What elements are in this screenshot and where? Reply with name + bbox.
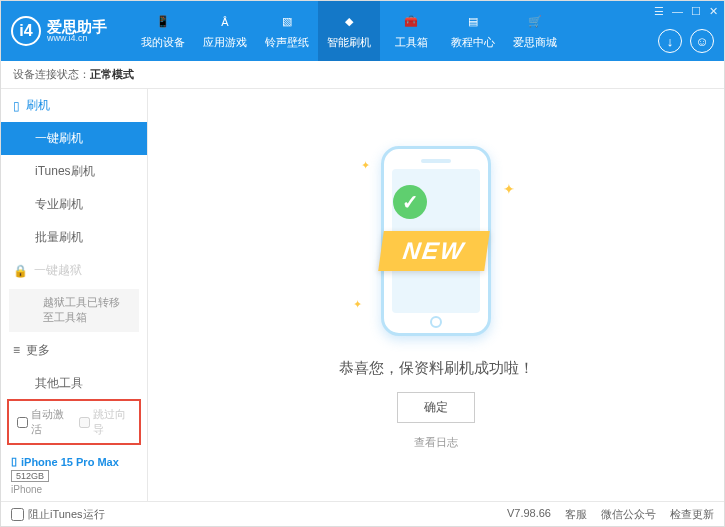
sidebar-item-itunes[interactable]: iTunes刷机	[1, 155, 147, 188]
sidebar-section-more[interactable]: ≡更多	[1, 334, 147, 367]
device-info[interactable]: ▯iPhone 15 Pro Max 512GB iPhone	[1, 449, 147, 501]
main-content: ✓ NEW ✦ ✦ ✦ 恭喜您，保资料刷机成功啦！ 确定 查看日志	[148, 89, 724, 501]
block-itunes-checkbox[interactable]: 阻止iTunes运行	[11, 507, 105, 522]
logo-icon: i4	[11, 16, 41, 46]
footer: 阻止iTunes运行 V7.98.66 客服 微信公众号 检查更新	[1, 501, 724, 526]
sidebar-options-box: 自动激活 跳过向导	[7, 399, 141, 445]
footer-link-wechat[interactable]: 微信公众号	[601, 507, 656, 522]
nav-tutorials[interactable]: ▤教程中心	[442, 1, 504, 61]
star-icon: ✦	[503, 181, 515, 197]
footer-link-support[interactable]: 客服	[565, 507, 587, 522]
ok-button[interactable]: 确定	[397, 392, 475, 423]
star-icon: ✦	[353, 298, 362, 311]
device-storage: 512GB	[11, 470, 49, 482]
jailbreak-note: 越狱工具已转移至工具箱	[9, 289, 139, 332]
sidebar-item-batch[interactable]: 批量刷机	[1, 221, 147, 254]
sidebar: ▯刷机 一键刷机 iTunes刷机 专业刷机 批量刷机 🔒一键越狱 越狱工具已转…	[1, 89, 148, 501]
apps-icon: Å	[216, 13, 234, 31]
success-illustration: ✓ NEW ✦ ✦ ✦	[351, 141, 521, 341]
lock-icon: 🔒	[13, 264, 28, 278]
view-log-link[interactable]: 查看日志	[414, 435, 458, 450]
more-icon: ≡	[13, 343, 20, 357]
app-header: i4 爱思助手 www.i4.cn 📱我的设备 Å应用游戏 ▧铃声壁纸 ◆智能刷…	[1, 1, 724, 61]
status-value: 正常模式	[90, 67, 134, 82]
success-message: 恭喜您，保资料刷机成功啦！	[339, 359, 534, 378]
phone-icon: ▯	[13, 99, 20, 113]
nav-store[interactable]: 🛒爱思商城	[504, 1, 566, 61]
check-icon: ✓	[393, 185, 427, 219]
top-nav: 📱我的设备 Å应用游戏 ▧铃声壁纸 ◆智能刷机 🧰工具箱 ▤教程中心 🛒爱思商城	[132, 1, 566, 61]
star-icon: ✦	[361, 159, 370, 172]
new-ribbon: NEW	[378, 231, 490, 271]
nav-toolbox[interactable]: 🧰工具箱	[380, 1, 442, 61]
window-max-icon[interactable]: ☐	[691, 5, 701, 18]
app-logo: i4 爱思助手 www.i4.cn	[11, 16, 107, 46]
footer-link-update[interactable]: 检查更新	[670, 507, 714, 522]
sidebar-item-other[interactable]: 其他工具	[1, 367, 147, 395]
window-controls: ☰ — ☐ ✕	[654, 5, 718, 18]
toolbox-icon: 🧰	[402, 13, 420, 31]
sidebar-item-oneclick[interactable]: 一键刷机	[1, 122, 147, 155]
sidebar-section-jailbreak: 🔒一键越狱	[1, 254, 147, 287]
device-icon: ▯	[11, 455, 17, 468]
status-bar: 设备连接状态： 正常模式	[1, 61, 724, 89]
app-title: 爱思助手	[47, 19, 107, 34]
window-min-icon[interactable]: —	[672, 5, 683, 18]
nav-flash[interactable]: ◆智能刷机	[318, 1, 380, 61]
sidebar-section-flash[interactable]: ▯刷机	[1, 89, 147, 122]
status-label: 设备连接状态：	[13, 67, 90, 82]
flash-icon: ◆	[340, 13, 358, 31]
device-type: iPhone	[11, 484, 137, 495]
window-menu-icon[interactable]: ☰	[654, 5, 664, 18]
user-button[interactable]: ☺	[690, 29, 714, 53]
nav-my-device[interactable]: 📱我的设备	[132, 1, 194, 61]
wallpaper-icon: ▧	[278, 13, 296, 31]
nav-apps[interactable]: Å应用游戏	[194, 1, 256, 61]
cart-icon: 🛒	[526, 13, 544, 31]
window-close-icon[interactable]: ✕	[709, 5, 718, 18]
device-icon: 📱	[154, 13, 172, 31]
nav-ringtones[interactable]: ▧铃声壁纸	[256, 1, 318, 61]
book-icon: ▤	[464, 13, 482, 31]
sidebar-item-pro[interactable]: 专业刷机	[1, 188, 147, 221]
download-button[interactable]: ↓	[658, 29, 682, 53]
version-label: V7.98.66	[507, 507, 551, 522]
app-subtitle: www.i4.cn	[47, 34, 107, 43]
auto-activate-checkbox[interactable]: 自动激活	[17, 407, 69, 437]
skip-guide-checkbox[interactable]: 跳过向导	[79, 407, 131, 437]
